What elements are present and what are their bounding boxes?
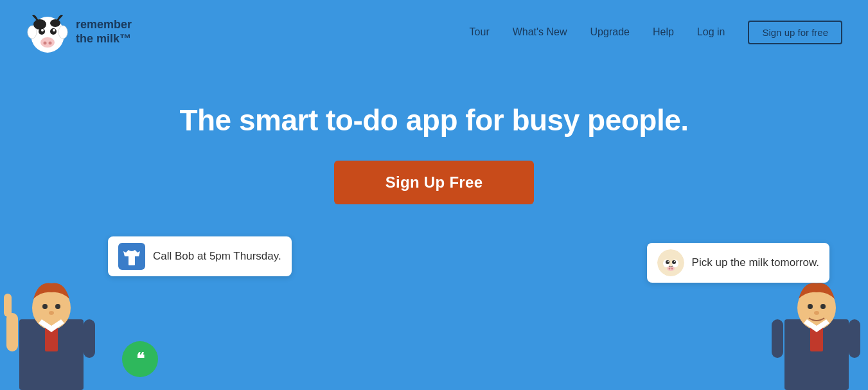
- person-left-svg: [0, 261, 103, 390]
- svg-point-21: [668, 268, 670, 270]
- svg-point-4: [50, 19, 60, 27]
- svg-rect-29: [6, 313, 18, 351]
- cow-emoji-icon: [657, 249, 684, 276]
- bubble-left-icon: [118, 243, 145, 270]
- svg-point-11: [49, 42, 52, 45]
- svg-point-27: [49, 311, 54, 315]
- svg-point-18: [668, 261, 669, 262]
- nav-tour[interactable]: Tour: [470, 26, 490, 38]
- svg-point-10: [44, 42, 47, 45]
- svg-rect-30: [4, 294, 12, 317]
- svg-point-3: [33, 19, 46, 30]
- main-nav: Tour What's New Upgrade Help Log in Sign…: [470, 21, 842, 44]
- svg-rect-39: [849, 319, 860, 358]
- svg-rect-31: [84, 319, 95, 358]
- logo-text: remember the milk™: [76, 18, 132, 46]
- character-right: [765, 261, 868, 390]
- nav-whats-new[interactable]: What's New: [513, 26, 567, 38]
- svg-rect-12: [128, 255, 135, 265]
- signup-cta-button[interactable]: Sign Up Free: [334, 161, 535, 204]
- svg-point-35: [820, 304, 826, 309]
- svg-point-36: [814, 311, 819, 315]
- nav-help[interactable]: Help: [653, 26, 674, 38]
- bubble-left-text: Call Bob at 5pm Thursday.: [153, 250, 281, 263]
- hero-section: The smart to-do app for busy people. Sig…: [0, 64, 868, 204]
- svg-point-22: [671, 268, 673, 270]
- hero-headline: The smart to-do app for busy people.: [179, 103, 688, 137]
- svg-point-34: [808, 304, 813, 309]
- svg-point-26: [55, 304, 60, 309]
- person-shirt-icon: [123, 247, 140, 265]
- person-right-svg: [765, 261, 868, 390]
- svg-point-2: [58, 26, 67, 39]
- nav-signup-button[interactable]: Sign up for free: [748, 21, 842, 44]
- svg-rect-38: [772, 319, 783, 358]
- svg-point-9: [40, 37, 55, 48]
- character-left: [0, 261, 103, 390]
- logo[interactable]: remember the milk™: [26, 10, 132, 54]
- svg-point-19: [674, 261, 675, 262]
- svg-point-13: [657, 249, 684, 276]
- bubble-right-icon: [657, 249, 684, 276]
- notification-bubbles: Call Bob at 5pm Thursday. Pick up the mi…: [0, 236, 868, 301]
- bubble-left: Call Bob at 5pm Thursday.: [108, 236, 292, 276]
- svg-point-16: [666, 260, 669, 264]
- svg-point-8: [53, 29, 55, 31]
- speech-bubble-green: ❝: [122, 341, 158, 377]
- svg-point-25: [42, 304, 48, 309]
- svg-point-7: [41, 29, 44, 31]
- svg-point-17: [672, 260, 676, 264]
- cow-logo-icon: [26, 10, 69, 54]
- nav-upgrade[interactable]: Upgrade: [590, 26, 630, 38]
- nav-login[interactable]: Log in: [697, 26, 725, 38]
